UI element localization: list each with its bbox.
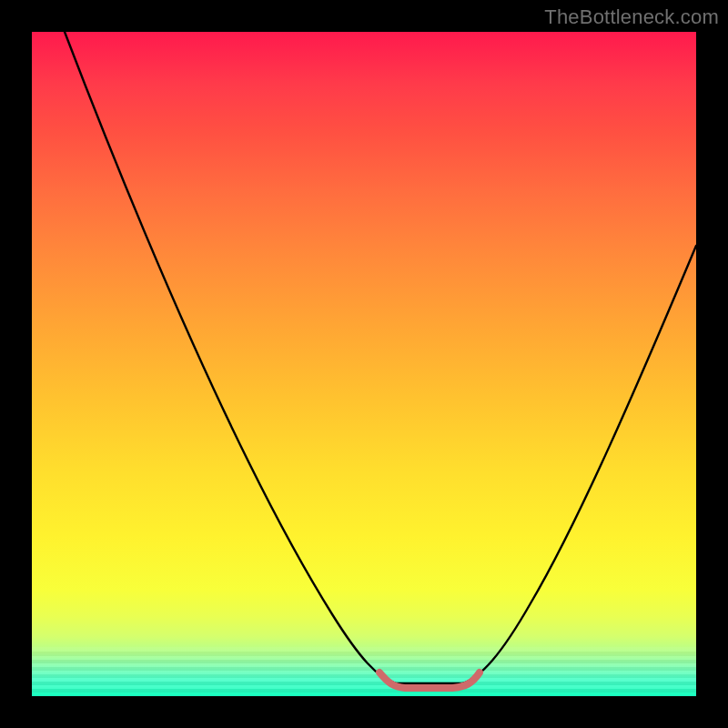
- bottleneck-curve: [65, 32, 696, 683]
- trough-highlight: [379, 672, 480, 688]
- chart-frame: TheBottleneck.com: [0, 0, 728, 728]
- curve-svg: [32, 32, 696, 696]
- watermark-text: TheBottleneck.com: [544, 5, 719, 29]
- plot-area: [32, 32, 696, 696]
